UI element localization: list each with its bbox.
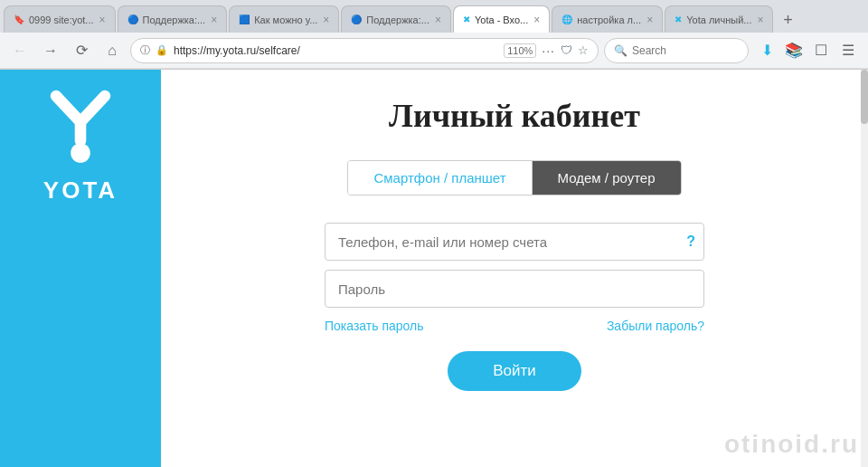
form-links: Показать пароль Забыли пароль? bbox=[325, 319, 704, 333]
tab-2[interactable]: 🔵 Поддержка:... × bbox=[118, 5, 228, 33]
tab-3-label: Как можно у... bbox=[254, 14, 317, 25]
tab-2-close[interactable]: × bbox=[211, 14, 217, 26]
tab-1[interactable]: 🔖 0999 site:yot... × bbox=[4, 5, 116, 33]
tab-1-label: 0999 site:yot... bbox=[29, 14, 94, 25]
page-title: Личный кабинет bbox=[389, 97, 640, 135]
tab-2-favicon: 🔵 bbox=[127, 14, 138, 24]
main-area: Личный кабинет Смартфон / планшет Модем … bbox=[161, 70, 868, 467]
login-form: ? Показать пароль Забыли пароль? Войти bbox=[325, 223, 704, 391]
tab-6-favicon: 🌐 bbox=[561, 14, 572, 24]
search-icon: 🔍 bbox=[614, 44, 627, 57]
back-button[interactable]: ← bbox=[7, 38, 33, 63]
tab-6[interactable]: 🌐 настройка л... × bbox=[552, 5, 663, 33]
tab-4-favicon: 🔵 bbox=[351, 14, 362, 24]
zoom-level[interactable]: 110% bbox=[504, 43, 536, 58]
browser-chrome: 🔖 0999 site:yot... × 🔵 Поддержка:... × 🟦… bbox=[0, 0, 868, 70]
address-bar[interactable]: ⓘ 🔒 https://my.yota.ru/selfcare/ 110% ··… bbox=[130, 38, 599, 63]
scrollbar-thumb[interactable] bbox=[861, 70, 868, 124]
tab-1-favicon: 🔖 bbox=[14, 14, 24, 24]
lock-icon: 🔒 bbox=[156, 44, 168, 56]
tab-7[interactable]: ✖ Yota личный... × bbox=[665, 5, 773, 33]
search-input[interactable] bbox=[632, 44, 722, 57]
forgot-password-link[interactable]: Забыли пароль? bbox=[607, 319, 704, 333]
show-password-link[interactable]: Показать пароль bbox=[325, 319, 424, 333]
search-bar[interactable]: 🔍 bbox=[604, 38, 749, 63]
tab-1-close[interactable]: × bbox=[99, 14, 106, 26]
toolbar: ← → ⟳ ⌂ ⓘ 🔒 https://my.yota.ru/selfcare/… bbox=[0, 33, 868, 69]
menu-button[interactable]: ☰ bbox=[835, 38, 861, 63]
sync-button[interactable]: ☐ bbox=[808, 38, 834, 63]
tab-3-favicon: 🟦 bbox=[239, 14, 250, 24]
yota-logo-text: YOTA bbox=[43, 176, 118, 205]
bookmarks-button[interactable]: 📚 bbox=[781, 38, 807, 63]
scrollbar-track[interactable] bbox=[861, 70, 868, 467]
svg-point-3 bbox=[71, 143, 90, 163]
tab-4-label: Поддержка:... bbox=[366, 14, 429, 25]
tab-5-label: Yota - Вхо... bbox=[475, 14, 528, 25]
tab-4-close[interactable]: × bbox=[435, 14, 441, 26]
password-input-wrapper bbox=[325, 270, 704, 308]
tab-7-label: Yota личный... bbox=[686, 14, 751, 25]
device-tab-switcher: Смартфон / планшет Модем / роутер bbox=[347, 160, 681, 195]
tab-5-close[interactable]: × bbox=[533, 14, 540, 26]
tab-6-label: настройка л... bbox=[577, 14, 641, 25]
tab-2-label: Поддержка:... bbox=[143, 14, 206, 25]
tab-3-close[interactable]: × bbox=[323, 14, 329, 26]
login-button[interactable]: Войти bbox=[448, 351, 581, 391]
home-button[interactable]: ⌂ bbox=[99, 38, 125, 63]
forward-button[interactable]: → bbox=[38, 38, 63, 63]
phone-email-input[interactable] bbox=[325, 223, 704, 261]
page-content: YOTA Личный кабинет Смартфон / планшет М… bbox=[0, 70, 868, 467]
tab-7-favicon: ✖ bbox=[675, 14, 682, 24]
tab-6-close[interactable]: × bbox=[646, 14, 653, 26]
url-display[interactable]: https://my.yota.ru/selfcare/ bbox=[174, 44, 498, 57]
tab-7-close[interactable]: × bbox=[757, 14, 763, 26]
help-icon[interactable]: ? bbox=[686, 234, 695, 250]
shield-icon: 🛡 bbox=[561, 43, 572, 57]
tab-bar: 🔖 0999 site:yot... × 🔵 Поддержка:... × 🟦… bbox=[0, 0, 868, 33]
tab-3[interactable]: 🟦 Как можно у... × bbox=[229, 5, 339, 33]
password-input[interactable] bbox=[325, 270, 704, 308]
yota-sidebar: YOTA bbox=[0, 70, 161, 467]
bookmark-icon[interactable]: ☆ bbox=[578, 43, 589, 57]
download-button[interactable]: ⬇ bbox=[754, 38, 779, 63]
tab-modem[interactable]: Модем / роутер bbox=[533, 161, 681, 195]
toolbar-right: ⬇ 📚 ☐ ☰ bbox=[754, 38, 861, 63]
more-options-icon[interactable]: ··· bbox=[542, 43, 555, 58]
phone-input-wrapper: ? bbox=[325, 223, 704, 261]
tab-5-active[interactable]: ✖ Yota - Вхо... × bbox=[453, 5, 550, 33]
info-icon: ⓘ bbox=[140, 43, 150, 57]
tab-smartphone[interactable]: Смартфон / планшет bbox=[348, 161, 532, 195]
reload-button[interactable]: ⟳ bbox=[69, 38, 94, 63]
tab-5-favicon: ✖ bbox=[463, 14, 470, 24]
yota-logo-icon bbox=[40, 88, 121, 169]
new-tab-button[interactable]: + bbox=[775, 7, 800, 33]
tab-4[interactable]: 🔵 Поддержка:... × bbox=[341, 5, 451, 33]
